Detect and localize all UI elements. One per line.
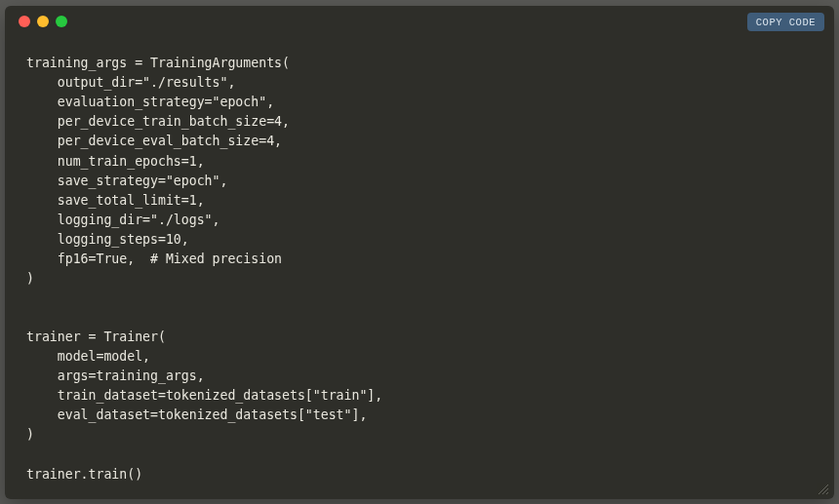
resize-handle-icon[interactable]	[817, 482, 828, 493]
maximize-icon[interactable]	[56, 16, 67, 27]
copy-code-button[interactable]: COPY CODE	[747, 13, 824, 31]
code-window: COPY CODE training_args = TrainingArgume…	[5, 6, 834, 499]
close-icon[interactable]	[19, 16, 30, 27]
window-traffic-lights	[19, 16, 67, 27]
minimize-icon[interactable]	[37, 16, 49, 27]
code-block[interactable]: training_args = TrainingArguments( outpu…	[5, 50, 834, 491]
window-title-bar: COPY CODE	[5, 6, 834, 37]
